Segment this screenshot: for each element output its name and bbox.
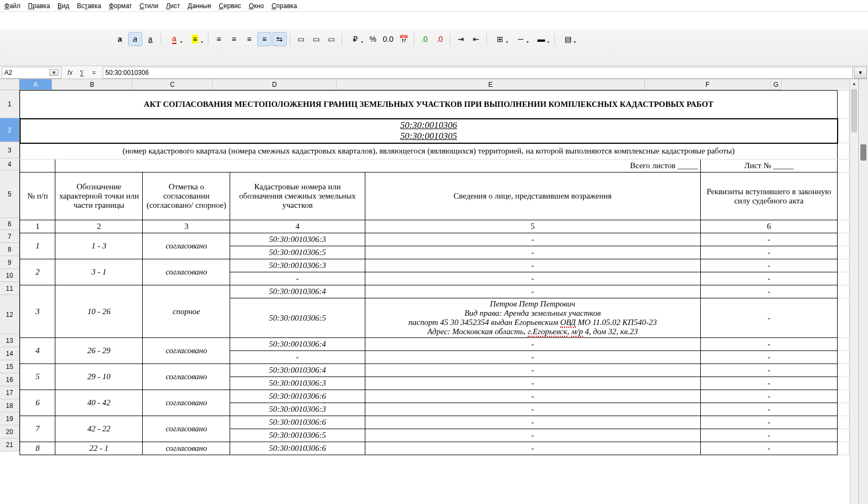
row-header-17[interactable]: 17 — [0, 386, 20, 399]
split-pane — [858, 79, 868, 504]
namebox-dropdown-icon[interactable]: ▼ — [49, 69, 59, 76]
font-color-button[interactable]: a — [164, 32, 184, 46]
row-header-6[interactable]: 6 — [0, 218, 20, 230]
italic-button[interactable]: a — [128, 32, 142, 46]
col-header-A[interactable]: A — [20, 79, 52, 90]
cond-format-button[interactable]: ▤ — [558, 32, 578, 46]
add-decimal-button[interactable]: .0 — [417, 32, 432, 46]
wrap-text-button[interactable]: ⇆ — [273, 32, 287, 46]
col-header-F[interactable]: F — [645, 79, 771, 90]
align-right-button[interactable]: ≡ — [242, 32, 256, 46]
spreadsheet-area: ABCDEFG 12345678910111213141516171819202… — [0, 79, 868, 504]
name-box[interactable]: A2 ▼ — [2, 67, 61, 79]
menu-лист[interactable]: Лист — [166, 2, 180, 10]
row-header-9[interactable]: 9 — [0, 256, 20, 269]
row-header-15[interactable]: 15 — [0, 360, 20, 373]
col-header-G[interactable]: G — [771, 79, 782, 90]
menu-формат[interactable]: Формат — [109, 2, 132, 10]
menu-вставка[interactable]: Вставка — [77, 2, 102, 10]
row-header-3[interactable]: 3 — [0, 142, 20, 158]
menu-правка[interactable]: Правка — [28, 2, 50, 10]
col-header-B[interactable]: B — [52, 79, 132, 90]
row-header-13[interactable]: 13 — [0, 334, 20, 347]
row-header-4[interactable]: 4 — [0, 158, 20, 170]
increase-indent-button[interactable]: ⇥ — [454, 32, 468, 46]
row-headers: 123456789101112131415161718192021 — [0, 90, 20, 504]
format-toolbar: a a a a ≡ ≡ ≡ ≡ ≡ ⇆ ▭ ▭ ▭ ₽ % 0.0 📅 .0 .… — [0, 29, 868, 49]
menu-данные[interactable]: Данные — [188, 2, 211, 10]
formula-expand-button[interactable]: ▼ — [854, 67, 867, 79]
row-header-7[interactable]: 7 — [0, 230, 20, 243]
row-header-14[interactable]: 14 — [0, 347, 20, 360]
menu-стили[interactable]: Стили — [140, 2, 159, 10]
row-header-21[interactable]: 21 — [0, 438, 20, 451]
row-header-11[interactable]: 11 — [0, 282, 20, 295]
col-header-D[interactable]: D — [213, 79, 337, 90]
row-header-8[interactable]: 8 — [0, 243, 20, 256]
menu-bar: ФайлПравкаВидВставкаФорматСтилиЛистДанны… — [0, 0, 868, 12]
menu-файл[interactable]: Файл — [4, 2, 21, 10]
row-header-1[interactable]: 1 — [0, 90, 20, 118]
scroll-thumb[interactable] — [851, 89, 857, 132]
function-wizard-button[interactable]: fx — [66, 69, 74, 76]
menu-вид[interactable]: Вид — [58, 2, 69, 10]
currency-button[interactable]: ₽ — [345, 32, 365, 46]
cell-grid[interactable]: АКТ СОГЛАСОВАНИЯ МЕСТОПОЛОЖЕНИЯ ГРАНИЦ З… — [20, 90, 850, 504]
row-header-20[interactable]: 20 — [0, 425, 20, 438]
row-header-16[interactable]: 16 — [0, 373, 20, 386]
merge-cells-button[interactable]: ▭ — [294, 32, 308, 46]
scroll-up-icon[interactable]: ▲ — [850, 79, 858, 88]
formula-bar: A2 ▼ fx ∑ = 50:30:0010306 ▼ — [0, 66, 868, 79]
col-header-C[interactable]: C — [132, 79, 213, 90]
borders-button[interactable]: ⊞ — [490, 32, 510, 46]
align-center-button[interactable]: ≡ — [227, 32, 241, 46]
split-button[interactable]: ▭ — [324, 32, 338, 46]
border-color-button[interactable]: ▬ — [531, 32, 551, 46]
underline-button[interactable]: a — [143, 32, 157, 46]
row-header-12[interactable]: 12 — [0, 295, 20, 334]
highlight-button[interactable]: ≡ — [185, 32, 205, 46]
row-header-5[interactable]: 5 — [0, 170, 20, 218]
remove-decimal-button[interactable]: .0 — [433, 32, 447, 46]
vertical-scrollbar[interactable]: ▲ ▼ — [850, 79, 858, 504]
toolbar: a a a a ≡ ≡ ≡ ≡ ≡ ⇆ ▭ ▭ ▭ ₽ % 0.0 📅 .0 .… — [0, 29, 868, 66]
number-button[interactable]: 0.0 — [381, 32, 395, 46]
row-header-18[interactable]: 18 — [0, 399, 20, 412]
percent-button[interactable]: % — [366, 32, 380, 46]
menu-справка[interactable]: Справка — [271, 2, 297, 10]
col-header-E[interactable]: E — [337, 79, 645, 90]
menu-сервис[interactable]: Сервис — [219, 2, 241, 10]
select-all-corner[interactable] — [0, 79, 20, 90]
bold-button[interactable]: a — [113, 32, 127, 46]
cell-reference: A2 — [4, 69, 12, 76]
row-header-2[interactable]: 2 — [0, 118, 20, 142]
date-button[interactable]: 📅 — [396, 32, 410, 46]
equals-button[interactable]: = — [90, 69, 98, 76]
sum-button[interactable]: ∑ — [78, 69, 86, 76]
align-left-button[interactable]: ≡ — [212, 32, 226, 46]
split-handle[interactable] — [860, 144, 866, 161]
border-style-button[interactable]: ─ — [511, 32, 530, 46]
decrease-indent-button[interactable]: ⇤ — [469, 32, 483, 46]
row-header-19[interactable]: 19 — [0, 412, 20, 425]
formula-input[interactable]: 50:30:0010306 — [103, 67, 853, 79]
unmerge-button[interactable]: ▭ — [309, 32, 323, 46]
align-justify-button[interactable]: ≡ — [257, 32, 271, 46]
menu-окно[interactable]: Окно — [249, 2, 264, 10]
column-headers: ABCDEFG — [20, 79, 850, 90]
row-header-10[interactable]: 10 — [0, 269, 20, 282]
